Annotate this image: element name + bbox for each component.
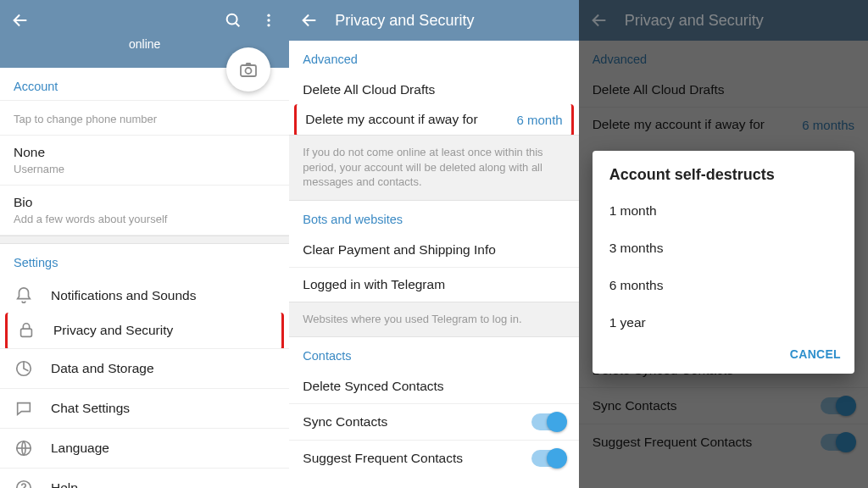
dialog-option[interactable]: 1 year (593, 304, 854, 341)
panel-settings: online Account Tap to change phone numbe… (0, 0, 289, 488)
lock-icon (16, 320, 36, 341)
section-settings: Settings (0, 244, 289, 276)
row-clear-payment[interactable]: Clear Payment and Shipping Info (289, 233, 578, 267)
row-notifications[interactable]: Notifications and Sounds (0, 276, 289, 315)
svg-point-9 (17, 481, 31, 488)
row-label: Suggest Frequent Contacts (303, 451, 514, 466)
row-label: Clear Payment and Shipping Info (303, 242, 495, 258)
row-label: Sync Contacts (303, 414, 514, 430)
svg-point-3 (268, 24, 270, 26)
svg-point-0 (227, 14, 237, 25)
row-data-storage[interactable]: Data and Storage (0, 348, 289, 388)
row-label: Data and Storage (51, 361, 154, 376)
section-advanced: Advanced (289, 41, 578, 73)
phone-hint: Tap to change phone number (14, 113, 275, 125)
dialog-title: Account self-destructs (593, 166, 854, 187)
toggle-on[interactable] (531, 450, 565, 467)
row-bio[interactable]: Bio Add a few words about yourself (0, 185, 289, 236)
row-delete-synced[interactable]: Delete Synced Contacts (289, 369, 578, 403)
dialog-option[interactable]: 6 months (593, 267, 854, 304)
back-icon[interactable] (10, 10, 31, 30)
back-icon[interactable] (299, 10, 320, 30)
cancel-button[interactable]: CANCEL (790, 347, 841, 361)
row-label: Delete All Cloud Drafts (303, 82, 435, 97)
more-icon[interactable] (259, 10, 279, 30)
chat-icon (14, 398, 34, 419)
panel-privacy: Privacy and Security Advanced Delete All… (289, 0, 578, 488)
svg-rect-4 (241, 65, 256, 76)
row-label: Delete my account if away for (305, 112, 499, 127)
section-bots: Bots and websites (289, 201, 578, 233)
row-label: Language (51, 441, 109, 456)
username-label: Username (14, 163, 275, 175)
header: Privacy and Security (289, 0, 578, 41)
dialog-option[interactable]: 3 months (593, 230, 854, 267)
search-icon[interactable] (223, 10, 243, 30)
row-label: Logged in with Telegram (303, 277, 445, 292)
privacy-body: Advanced Delete All Cloud Drafts Delete … (289, 41, 578, 488)
row-label: Chat Settings (51, 401, 130, 416)
section-contacts: Contacts (289, 337, 578, 369)
row-label: Privacy and Security (53, 323, 173, 338)
camera-button[interactable] (226, 47, 270, 92)
row-delete-account[interactable]: Delete my account if away for 6 month (294, 104, 573, 137)
toggle-on[interactable] (531, 413, 565, 430)
dialog-self-destruct: Account self-destructs 1 month 3 months … (593, 151, 854, 374)
row-help[interactable]: Help (0, 468, 289, 488)
row-label: Help (51, 480, 78, 488)
help-icon (14, 478, 34, 488)
away-hint: If you do not come online at least once … (289, 136, 578, 200)
row-logged-in[interactable]: Logged in with Telegram (289, 267, 578, 302)
panel-privacy-dialog: Privacy and Security Advanced Delete All… (579, 0, 868, 488)
page-title: Privacy and Security (335, 12, 568, 30)
row-privacy-security[interactable]: Privacy and Security (5, 313, 284, 351)
data-icon (14, 358, 34, 379)
bell-icon (14, 286, 34, 306)
svg-point-1 (268, 14, 270, 17)
row-value: 6 month (516, 113, 562, 127)
row-delete-drafts[interactable]: Delete All Cloud Drafts (289, 73, 578, 107)
row-chat-settings[interactable]: Chat Settings (0, 388, 289, 428)
svg-point-2 (268, 19, 270, 21)
row-label: Notifications and Sounds (51, 288, 196, 303)
dialog-option[interactable]: 1 month (593, 192, 854, 230)
row-label: Delete Synced Contacts (303, 379, 443, 394)
row-username[interactable]: None Username (0, 135, 289, 185)
svg-point-5 (246, 68, 252, 74)
globe-icon (14, 438, 34, 458)
row-phone[interactable]: Tap to change phone number (0, 100, 289, 135)
row-sync-contacts[interactable]: Sync Contacts (289, 403, 578, 440)
username-value: None (14, 145, 275, 160)
bio-value: Bio (14, 195, 275, 210)
svg-rect-6 (21, 329, 32, 336)
settings-body: Account Tap to change phone number None … (0, 68, 289, 488)
row-suggest[interactable]: Suggest Frequent Contacts (289, 440, 578, 476)
bio-hint: Add a few words about yourself (14, 213, 275, 225)
logged-in-hint: Websites where you used Telegram to log … (289, 302, 578, 337)
row-language[interactable]: Language (0, 428, 289, 468)
